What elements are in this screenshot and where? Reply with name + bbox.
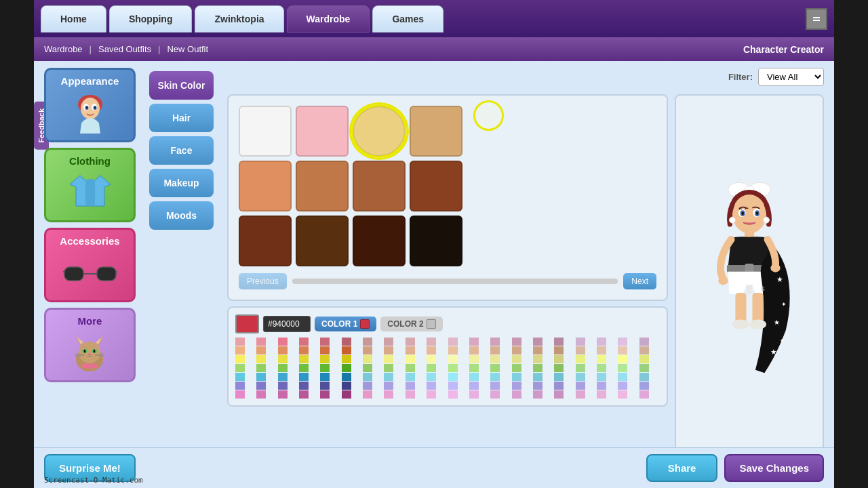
palette-cell[interactable]: [554, 346, 564, 354]
palette-cell[interactable]: [299, 346, 309, 354]
palette-cell[interactable]: [384, 373, 393, 381]
palette-cell[interactable]: [235, 382, 245, 390]
sub-btn-moods[interactable]: Moods: [149, 201, 214, 230]
palette-cell[interactable]: [533, 390, 542, 399]
skin-swatch-3[interactable]: [353, 106, 406, 157]
palette-cell[interactable]: [363, 373, 372, 381]
palette-cell[interactable]: [490, 346, 500, 354]
palette-cell[interactable]: [384, 338, 393, 346]
palette-cell[interactable]: [299, 364, 309, 372]
palette-cell[interactable]: [448, 355, 458, 363]
palette-cell[interactable]: [406, 382, 415, 390]
palette-cell[interactable]: [406, 346, 415, 354]
category-clothing[interactable]: Clothing: [44, 148, 136, 222]
palette-cell[interactable]: [406, 373, 415, 381]
palette-cell[interactable]: [448, 338, 458, 346]
palette-cell[interactable]: [639, 346, 649, 354]
breadcrumb-wardrobe[interactable]: Wardrobe: [44, 44, 83, 54]
palette-cell[interactable]: [597, 364, 606, 372]
palette-cell[interactable]: [469, 382, 479, 390]
palette-cell[interactable]: [256, 338, 266, 346]
next-page-btn[interactable]: Next: [623, 273, 656, 289]
breadcrumb-new-outfit[interactable]: New Outfit: [167, 44, 208, 54]
close-button[interactable]: [806, 8, 827, 30]
skin-swatch-7[interactable]: [353, 161, 406, 211]
palette-cell[interactable]: [427, 355, 436, 363]
palette-cell[interactable]: [278, 382, 288, 390]
palette-cell[interactable]: [320, 355, 330, 363]
palette-cell[interactable]: [363, 382, 372, 390]
palette-cell[interactable]: [299, 373, 309, 381]
palette-cell[interactable]: [512, 355, 521, 363]
palette-cell[interactable]: [469, 355, 479, 363]
palette-cell[interactable]: [342, 346, 351, 354]
palette-cell[interactable]: [533, 338, 542, 346]
tab-games[interactable]: Games: [372, 5, 443, 33]
palette-cell[interactable]: [448, 364, 458, 372]
palette-cell[interactable]: [256, 346, 266, 354]
skin-swatch-2[interactable]: [296, 106, 349, 157]
palette-cell[interactable]: [554, 390, 564, 399]
palette-cell[interactable]: [299, 390, 309, 399]
palette-cell[interactable]: [490, 390, 500, 399]
skin-swatch-8[interactable]: [410, 161, 462, 211]
palette-cell[interactable]: [533, 373, 542, 381]
skin-swatch-12[interactable]: [410, 216, 462, 266]
palette-cell[interactable]: [618, 373, 627, 381]
palette-cell[interactable]: [469, 346, 479, 354]
skin-swatch-10[interactable]: [296, 216, 349, 266]
category-appearance[interactable]: Appearance: [44, 68, 136, 142]
hex-input[interactable]: [263, 316, 311, 332]
palette-cell[interactable]: [597, 390, 606, 399]
palette-cell[interactable]: [576, 390, 585, 399]
palette-cell[interactable]: [278, 338, 288, 346]
palette-cell[interactable]: [278, 390, 288, 399]
palette-cell[interactable]: [576, 364, 585, 372]
tab-shopping[interactable]: Shopping: [109, 5, 193, 33]
palette-cell[interactable]: [512, 364, 521, 372]
palette-cell[interactable]: [342, 338, 351, 346]
palette-cell[interactable]: [639, 373, 649, 381]
palette-cell[interactable]: [427, 364, 436, 372]
palette-cell[interactable]: [576, 346, 585, 354]
palette-cell[interactable]: [235, 390, 245, 399]
palette-cell[interactable]: [554, 373, 564, 381]
palette-cell[interactable]: [342, 355, 351, 363]
palette-cell[interactable]: [363, 346, 372, 354]
sub-btn-face[interactable]: Face: [149, 136, 214, 165]
palette-cell[interactable]: [618, 355, 627, 363]
palette-cell[interactable]: [639, 382, 649, 390]
color2-tab[interactable]: COLOR 2: [380, 317, 442, 331]
palette-cell[interactable]: [384, 364, 393, 372]
palette-cell[interactable]: [320, 338, 330, 346]
sub-btn-hair[interactable]: Hair: [149, 104, 214, 132]
palette-cell[interactable]: [406, 338, 415, 346]
palette-cell[interactable]: [256, 390, 266, 399]
palette-cell[interactable]: [278, 373, 288, 381]
palette-cell[interactable]: [639, 364, 649, 372]
palette-cell[interactable]: [469, 373, 479, 381]
palette-cell[interactable]: [597, 373, 606, 381]
skin-swatch-1[interactable]: [239, 106, 292, 157]
palette-cell[interactable]: [235, 373, 245, 381]
palette-cell[interactable]: [342, 390, 351, 399]
palette-cell[interactable]: [384, 382, 393, 390]
palette-cell[interactable]: [278, 364, 288, 372]
palette-cell[interactable]: [278, 346, 288, 354]
palette-cell[interactable]: [256, 382, 266, 390]
skin-swatch-5[interactable]: [239, 161, 292, 211]
palette-cell[interactable]: [639, 338, 649, 346]
skin-swatch-6[interactable]: [296, 161, 349, 211]
palette-cell[interactable]: [406, 364, 415, 372]
palette-cell[interactable]: [406, 355, 415, 363]
palette-cell[interactable]: [469, 338, 479, 346]
palette-cell[interactable]: [320, 390, 330, 399]
palette-cell[interactable]: [235, 346, 245, 354]
palette-cell[interactable]: [639, 355, 649, 363]
palette-cell[interactable]: [406, 390, 415, 399]
palette-cell[interactable]: [448, 382, 458, 390]
palette-cell[interactable]: [320, 382, 330, 390]
palette-cell[interactable]: [576, 382, 585, 390]
palette-cell[interactable]: [533, 364, 542, 372]
palette-cell[interactable]: [235, 364, 245, 372]
